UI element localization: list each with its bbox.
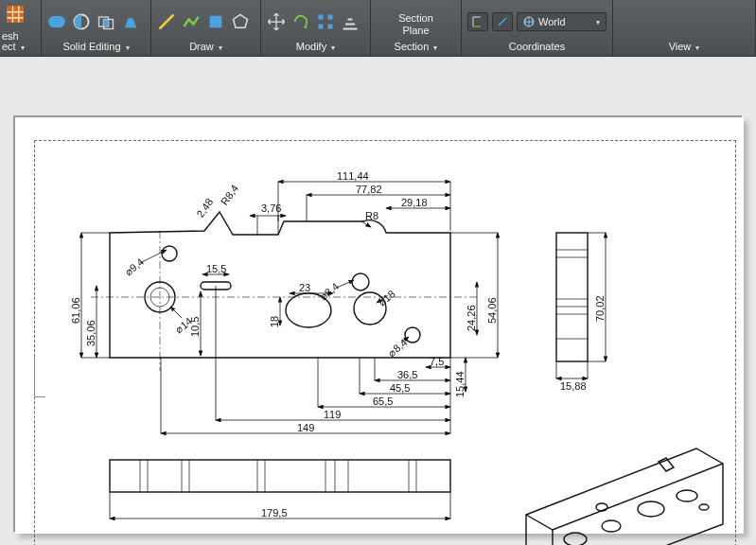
- svg-rect-11: [328, 25, 333, 29]
- svg-rect-9: [328, 15, 333, 20]
- dim-65-5: 65,5: [373, 396, 393, 407]
- coordinate-system-select[interactable]: World ▾: [517, 12, 607, 31]
- svg-rect-10: [319, 25, 324, 29]
- svg-rect-7: [210, 16, 222, 28]
- polyline-icon[interactable]: [182, 12, 201, 31]
- dim-2-48: 2,48: [194, 196, 215, 219]
- chevron-down-icon[interactable]: ▾: [596, 18, 600, 26]
- coordinate-system-value: World: [538, 16, 566, 27]
- panel-solid-editing: Solid Editing ▾: [42, 0, 151, 56]
- svg-line-31: [361, 221, 371, 227]
- dim-61-06: 61,06: [70, 297, 81, 324]
- chevron-down-icon[interactable]: ▾: [126, 44, 130, 52]
- svg-point-19: [405, 327, 420, 343]
- chevron-down-icon[interactable]: ▾: [219, 44, 222, 52]
- dim-179-5: 179,5: [261, 507, 288, 519]
- panel-mesh: esh ect ▾: [0, 0, 42, 56]
- section-plane-button[interactable]: Section Plane: [371, 11, 461, 37]
- dim-10-5: 10,5: [189, 317, 201, 337]
- technical-drawing: 111,44 77,82 29,18 3,76 2,48 R8,4 R8 61,…: [34, 140, 736, 545]
- svg-point-93: [638, 501, 664, 517]
- svg-point-95: [699, 504, 709, 510]
- dim-dia-18: ⌀18: [376, 288, 396, 308]
- dim-77-82: 77,82: [356, 184, 382, 195]
- label-solid-editing[interactable]: Solid Editing: [62, 41, 120, 52]
- svg-rect-8: [319, 15, 324, 20]
- dim-23: 23: [299, 282, 310, 293]
- label-modify[interactable]: Modify: [296, 41, 326, 52]
- panel-coordinates: World ▾ Coordinates: [462, 0, 613, 56]
- dim-dia-8-4b: ⌀8,4: [386, 337, 410, 360]
- svg-rect-75: [110, 460, 450, 492]
- line-icon[interactable]: [157, 12, 176, 31]
- region-icon[interactable]: [206, 12, 225, 31]
- subtract-icon[interactable]: [72, 12, 91, 31]
- dim-dia-8-4a: ⌀8,4: [317, 280, 341, 303]
- panel-view: View ▾: [613, 0, 756, 56]
- dim-18: 18: [269, 316, 280, 327]
- section-plane-line2: Plane: [402, 26, 429, 37]
- globe-icon: [523, 16, 535, 27]
- dim-29-18: 29,18: [401, 197, 428, 208]
- chevron-down-icon[interactable]: ▾: [21, 44, 25, 52]
- rotate-icon[interactable]: [291, 12, 310, 31]
- intersect-icon[interactable]: [97, 12, 115, 31]
- label-coordinates[interactable]: Coordinates: [509, 41, 565, 52]
- svg-point-15: [162, 246, 177, 261]
- dim-111-44: 111,44: [337, 170, 369, 182]
- dim-24-26: 24,26: [466, 305, 477, 331]
- extrude-face-icon[interactable]: [121, 12, 140, 31]
- ucs-z-button[interactable]: [492, 12, 513, 31]
- move-icon[interactable]: [267, 12, 286, 31]
- polygon-icon[interactable]: [231, 12, 250, 31]
- dim-119: 119: [324, 409, 341, 420]
- svg-rect-0: [7, 6, 24, 23]
- align-icon[interactable]: [341, 12, 360, 31]
- panel-draw: Draw ▾: [151, 0, 261, 56]
- svg-point-91: [602, 520, 621, 532]
- svg-rect-62: [556, 233, 588, 361]
- label-view[interactable]: View: [669, 41, 692, 52]
- dim-45-5: 45,5: [390, 382, 410, 394]
- workspace[interactable]: 111,44 77,82 29,18 3,76 2,48 R8,4 R8 61,…: [0, 57, 756, 545]
- svg-point-2: [53, 16, 65, 28]
- dim-70-02: 70,02: [594, 295, 606, 322]
- dim-dia-9-4: ⌀9,4: [122, 255, 146, 278]
- dim-15-88: 15,88: [560, 380, 587, 392]
- label-section[interactable]: Section: [395, 41, 430, 52]
- svg-point-18: [352, 273, 369, 290]
- dim-35-06: 35,06: [85, 320, 97, 346]
- svg-point-92: [596, 503, 607, 511]
- svg-line-41: [337, 280, 354, 288]
- ucs-origin-button[interactable]: [467, 12, 488, 31]
- array-icon[interactable]: [316, 12, 335, 31]
- svg-rect-6: [104, 20, 109, 27]
- svg-line-37: [170, 307, 182, 318]
- dim-r8-4: R8,4: [219, 183, 240, 207]
- dim-149: 149: [297, 422, 314, 433]
- label-draw[interactable]: Draw: [189, 41, 214, 52]
- chevron-down-icon[interactable]: ▾: [433, 44, 437, 52]
- dim-54-06: 54,06: [486, 297, 498, 324]
- label-mesh-2: ect: [2, 41, 16, 52]
- section-plane-line1: Section: [398, 13, 433, 25]
- dim-7-5: 7,5: [430, 356, 444, 367]
- dim-r8: R8: [365, 210, 378, 221]
- dim-36-5: 36,5: [397, 369, 417, 380]
- svg-point-94: [677, 490, 697, 501]
- svg-point-90: [564, 533, 587, 545]
- mesh-icon[interactable]: [6, 5, 25, 24]
- panel-section: Section Plane Section ▾: [371, 0, 462, 56]
- union-icon[interactable]: [47, 12, 66, 31]
- dim-15-5: 15,5: [206, 263, 226, 274]
- ribbon: esh ect ▾ Solid Editing ▾ Draw ▾: [0, 0, 756, 57]
- chevron-down-icon[interactable]: ▾: [695, 44, 699, 52]
- dim-3-76: 3,76: [261, 202, 281, 214]
- dim-15-44: 15,44: [454, 371, 466, 397]
- panel-modify: Modify ▾: [261, 0, 371, 56]
- chevron-down-icon[interactable]: ▾: [331, 44, 335, 52]
